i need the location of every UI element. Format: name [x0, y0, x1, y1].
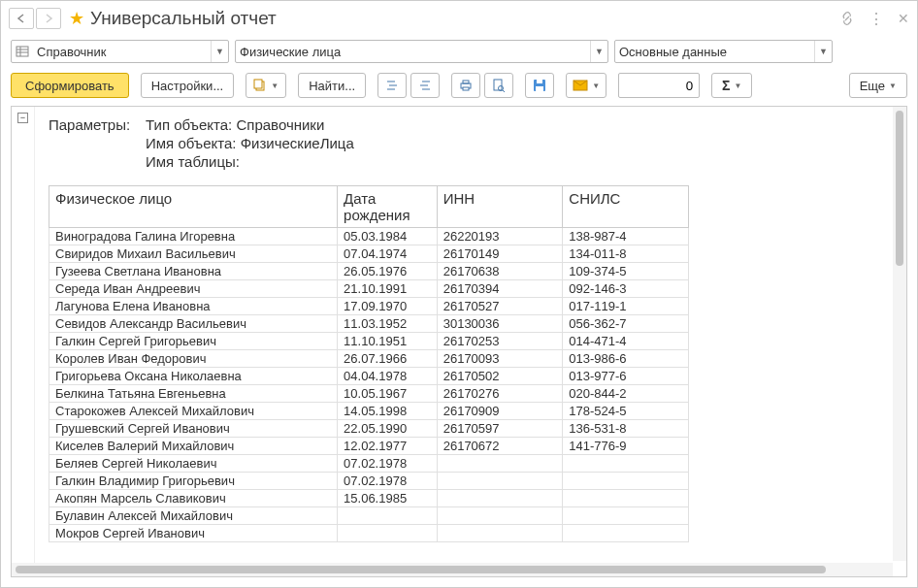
- table-row[interactable]: Свиридов Михаил Васильевич07.04.19742617…: [49, 245, 689, 263]
- sum-button[interactable]: Σ ▼: [711, 73, 752, 98]
- table-row[interactable]: Лагунова Елена Ивановна17.09.19702617052…: [49, 298, 689, 315]
- app-window: ★ Универсальный отчет ⋮ ✕ Справочник ▼ Ф…: [0, 0, 918, 588]
- preview-button[interactable]: [484, 73, 513, 98]
- cell-snils: 013-977-6: [563, 368, 689, 385]
- cell-name: Виноградова Галина Игоревна: [49, 228, 338, 245]
- cell-birth: 14.05.1998: [338, 403, 438, 420]
- cell-birth: 26.05.1976: [338, 263, 438, 280]
- table-row[interactable]: Мокров Сергей Иванович: [49, 525, 689, 542]
- cell-snils: 056-362-7: [563, 315, 689, 333]
- table-row[interactable]: Булавин Алексей Михайлович: [49, 507, 689, 525]
- cell-snils: 020-844-2: [563, 385, 689, 403]
- table-row[interactable]: Грушевский Сергей Иванович22.05.19902617…: [49, 420, 689, 438]
- cell-birth: 11.10.1951: [338, 333, 438, 350]
- table-row[interactable]: Белкина Татьяна Евгеньевна10.05.19672617…: [49, 385, 689, 403]
- object-type-value: Справочник: [33, 45, 211, 59]
- arrow-right-icon: [43, 14, 54, 23]
- copy-icon: [253, 79, 267, 92]
- table-row[interactable]: Середа Иван Андреевич21.10.1991261703940…: [49, 280, 689, 298]
- cell-name: Акопян Марсель Славикович: [49, 490, 338, 507]
- cell-inn: 26170502: [437, 368, 563, 385]
- svg-rect-15: [494, 80, 502, 90]
- link-icon[interactable]: [839, 11, 855, 26]
- nav-forward-button[interactable]: [36, 8, 61, 29]
- table-row[interactable]: Гузеева Светлана Ивановна26.05.197626170…: [49, 263, 689, 280]
- cell-snils: 178-524-5: [563, 403, 689, 420]
- cell-name: Галкин Сергей Григорьевич: [49, 333, 338, 350]
- cell-name: Булавин Алексей Михайлович: [49, 507, 338, 525]
- table-row[interactable]: Беляев Сергей Николаевич07.02.1978: [49, 455, 689, 473]
- report-body: Параметры: Тип объекта: Справочники Имя …: [35, 107, 906, 576]
- expand-groups-button[interactable]: [377, 73, 407, 98]
- report-table: Физическое лицо Дата рождения ИНН СНИЛС …: [49, 185, 689, 542]
- object-name-value: Физические лица: [236, 45, 590, 59]
- cell-inn: 26170276: [437, 385, 563, 403]
- favorite-star-icon[interactable]: ★: [69, 8, 84, 29]
- outline-gutter: −: [12, 107, 35, 576]
- vertical-scrollbar-thumb[interactable]: [896, 111, 903, 266]
- more-label: Еще: [860, 79, 885, 93]
- object-name-select[interactable]: Физические лица ▼: [235, 40, 608, 63]
- find-button[interactable]: Найти...: [298, 73, 366, 98]
- titlebar: ★ Универсальный отчет ⋮ ✕: [1, 1, 917, 36]
- cell-name: Лагунова Елена Ивановна: [49, 298, 338, 315]
- horizontal-scrollbar[interactable]: [12, 563, 893, 576]
- cell-inn: 26170253: [437, 333, 563, 350]
- generate-button[interactable]: Сформировать: [11, 73, 129, 98]
- cell-name: Севидов Александр Васильевич: [49, 315, 338, 333]
- cell-name: Григорьева Оксана Николаевна: [49, 368, 338, 385]
- table-row[interactable]: Старокожев Алексей Михайлович14.05.19982…: [49, 403, 689, 420]
- mail-icon: [573, 80, 588, 91]
- close-icon[interactable]: ✕: [898, 11, 909, 26]
- cell-birth: 04.04.1978: [338, 368, 438, 385]
- variants-button[interactable]: ▼: [246, 73, 286, 98]
- svg-rect-5: [254, 80, 262, 88]
- table-row[interactable]: Галкин Сергей Григорьевич11.10.195126170…: [49, 333, 689, 350]
- nav-back-button[interactable]: [9, 8, 34, 29]
- collapse-toggle[interactable]: −: [17, 113, 28, 123]
- more-button[interactable]: Еще ▼: [849, 73, 907, 98]
- table-row[interactable]: Киселев Валерий Михайлович12.02.19772617…: [49, 438, 689, 455]
- cell-inn: [437, 490, 563, 507]
- chevron-down-icon: ▼: [211, 41, 228, 62]
- table-row[interactable]: Галкин Владимир Григорьевич07.02.1978: [49, 473, 689, 490]
- cell-name: Мокров Сергей Иванович: [49, 525, 338, 542]
- send-button[interactable]: ▼: [566, 73, 607, 98]
- toolbar: Сформировать Настройки... ▼ Найти...: [1, 67, 917, 104]
- cell-name: Королев Иван Федорович: [49, 350, 338, 368]
- collapse-groups-button[interactable]: [410, 73, 440, 98]
- report-area: − Параметры: Тип объекта: Справочники Им…: [11, 106, 907, 577]
- vertical-scrollbar[interactable]: [893, 107, 906, 561]
- arrow-left-icon: [16, 14, 27, 23]
- svg-line-17: [503, 90, 505, 92]
- number-input[interactable]: [618, 73, 700, 98]
- cell-inn: [437, 455, 563, 473]
- expand-icon: [385, 79, 399, 92]
- cell-inn: 26170093: [437, 350, 563, 368]
- table-row[interactable]: Королев Иван Федорович26.07.196626170093…: [49, 350, 689, 368]
- table-row[interactable]: Григорьева Оксана Николаевна04.04.197826…: [49, 368, 689, 385]
- print-button[interactable]: [451, 73, 480, 98]
- cell-birth: 07.02.1978: [338, 473, 438, 490]
- table-row[interactable]: Виноградова Галина Игоревна05.03.1984262…: [49, 228, 689, 245]
- cell-birth: 07.02.1978: [338, 455, 438, 473]
- cell-name: Беляев Сергей Николаевич: [49, 455, 338, 473]
- parameters-values: Тип объекта: Справочники Имя объекта: Фи…: [146, 116, 354, 172]
- svg-rect-20: [536, 86, 543, 91]
- cell-snils: 014-471-4: [563, 333, 689, 350]
- data-kind-select[interactable]: Основные данные ▼: [614, 40, 833, 63]
- table-row[interactable]: Севидов Александр Васильевич11.03.195230…: [49, 315, 689, 333]
- cell-inn: 26170394: [437, 280, 563, 298]
- svg-rect-0: [16, 47, 28, 56]
- svg-rect-13: [463, 81, 469, 83]
- grid-icon: [12, 46, 33, 57]
- cell-name: Старокожев Алексей Михайлович: [49, 403, 338, 420]
- svg-rect-19: [537, 80, 542, 83]
- settings-button[interactable]: Настройки...: [141, 73, 235, 98]
- kebab-menu-icon[interactable]: ⋮: [869, 10, 884, 28]
- table-row[interactable]: Акопян Марсель Славикович15.06.1985: [49, 490, 689, 507]
- save-button[interactable]: [525, 73, 554, 98]
- cell-birth: 26.07.1966: [338, 350, 438, 368]
- horizontal-scrollbar-thumb[interactable]: [16, 566, 826, 573]
- object-type-select[interactable]: Справочник ▼: [11, 40, 229, 63]
